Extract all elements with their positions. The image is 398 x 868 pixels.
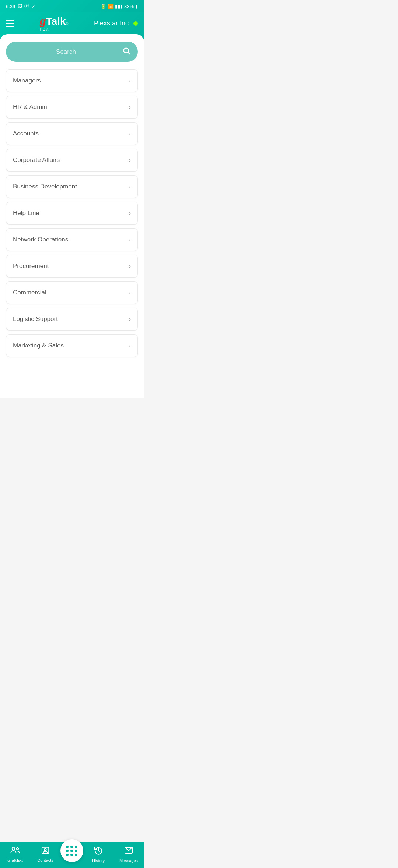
status-left: 6:39 🖼 Ⓟ ✓	[6, 3, 35, 10]
chevron-right-icon: ›	[129, 183, 131, 190]
department-item-8[interactable]: Commercial ›	[6, 281, 138, 304]
department-label: Help Line	[13, 209, 39, 217]
department-list: Managers › HR & Admin › Accounts › Corpo…	[6, 69, 138, 357]
svg-line-1	[128, 52, 130, 54]
chevron-right-icon: ›	[129, 263, 131, 269]
logo-g: g	[40, 15, 46, 27]
chevron-right-icon: ›	[129, 236, 131, 243]
department-item-4[interactable]: Business Development ›	[6, 175, 138, 198]
chevron-right-icon: ›	[129, 289, 131, 296]
main-content: Managers › HR & Admin › Accounts › Corpo…	[0, 34, 144, 398]
department-item-6[interactable]: Network Operations ›	[6, 228, 138, 251]
search-input[interactable]	[13, 48, 119, 56]
online-indicator	[133, 21, 138, 26]
hamburger-menu[interactable]	[6, 20, 14, 27]
department-item-0[interactable]: Managers ›	[6, 69, 138, 92]
photo-icon: 🖼	[17, 4, 22, 9]
department-label: Accounts	[13, 130, 39, 137]
company-name: Plexstar Inc.	[94, 20, 138, 27]
status-right: 🔋 📶 ▮▮▮ 83% ▮	[100, 4, 138, 9]
department-label: Commercial	[13, 289, 46, 296]
facebook-icon: Ⓟ	[24, 3, 29, 10]
department-label: Corporate Affairs	[13, 156, 60, 164]
department-label: Business Development	[13, 183, 77, 190]
department-label: Logistic Support	[13, 315, 58, 323]
time-display: 6:39	[6, 4, 15, 9]
chevron-right-icon: ›	[129, 316, 131, 322]
logo-pbx: PBX	[40, 27, 49, 31]
department-item-9[interactable]: Logistic Support ›	[6, 308, 138, 331]
department-label: Network Operations	[13, 236, 68, 243]
department-item-10[interactable]: Marketing & Sales ›	[6, 334, 138, 357]
search-bar[interactable]	[6, 42, 138, 62]
department-label: Marketing & Sales	[13, 342, 64, 349]
chevron-right-icon: ›	[129, 130, 131, 137]
chevron-right-icon: ›	[129, 77, 131, 84]
status-bar: 6:39 🖼 Ⓟ ✓ 🔋 📶 ▮▮▮ 83% ▮	[0, 0, 144, 12]
battery-level-icon: ▮	[135, 4, 138, 9]
app-logo: g Talk ® PBX	[40, 15, 69, 31]
battery-percent: 83%	[124, 4, 134, 9]
wifi-icon: 📶	[108, 4, 114, 9]
department-label: Procurement	[13, 262, 49, 270]
department-item-1[interactable]: HR & Admin ›	[6, 96, 138, 119]
department-label: Managers	[13, 77, 41, 84]
chevron-right-icon: ›	[129, 210, 131, 216]
reg-mark: ®	[66, 22, 69, 25]
department-item-3[interactable]: Corporate Affairs ›	[6, 149, 138, 172]
search-icon	[122, 47, 130, 57]
chevron-right-icon: ›	[129, 104, 131, 110]
department-item-7[interactable]: Procurement ›	[6, 255, 138, 278]
chevron-right-icon: ›	[129, 342, 131, 349]
department-item-5[interactable]: Help Line ›	[6, 202, 138, 225]
check-icon: ✓	[31, 4, 35, 9]
logo-talk: Talk	[46, 15, 66, 27]
department-label: HR & Admin	[13, 103, 47, 111]
chevron-right-icon: ›	[129, 157, 131, 163]
battery-icon: 🔋	[100, 4, 106, 9]
department-item-2[interactable]: Accounts ›	[6, 122, 138, 145]
signal-icon: ▮▮▮	[115, 4, 123, 9]
